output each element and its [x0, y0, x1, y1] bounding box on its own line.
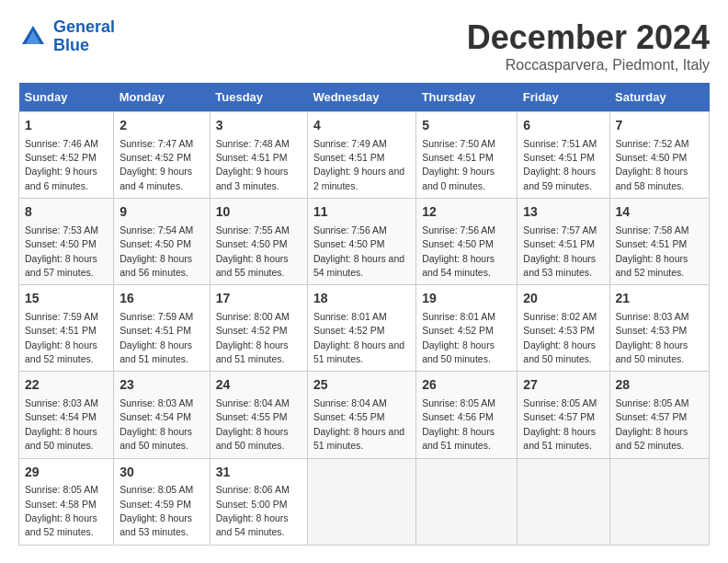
calendar-day-cell: 15 Sunrise: 7:59 AMSunset: 4:51 PMDaylig…	[19, 285, 114, 372]
calendar-day-header: Saturday	[609, 83, 710, 112]
calendar-day-cell	[307, 458, 415, 545]
day-number: 22	[25, 376, 108, 395]
calendar-day-cell: 28 Sunrise: 8:05 AMSunset: 4:57 PMDaylig…	[609, 372, 710, 458]
calendar-day-cell: 25 Sunrise: 8:04 AMSunset: 4:55 PMDaylig…	[307, 372, 415, 458]
calendar-day-header: Thursday	[416, 83, 518, 112]
day-info: Sunrise: 8:04 AMSunset: 4:55 PMDaylight:…	[313, 397, 404, 451]
day-number: 7	[616, 117, 704, 135]
calendar-day-cell: 24 Sunrise: 8:04 AMSunset: 4:55 PMDaylig…	[210, 372, 307, 458]
calendar-header-row: SundayMondayTuesdayWednesdayThursdayFrid…	[19, 83, 710, 112]
day-info: Sunrise: 7:52 AMSunset: 4:50 PMDaylight:…	[616, 138, 689, 191]
day-number: 12	[422, 203, 511, 222]
day-info: Sunrise: 7:54 AMSunset: 4:50 PMDaylight:…	[119, 224, 193, 278]
day-number: 17	[216, 290, 301, 308]
month-title: December 2024	[467, 18, 710, 57]
calendar-day-cell: 7 Sunrise: 7:52 AMSunset: 4:50 PMDayligh…	[609, 112, 710, 199]
calendar-day-cell	[609, 458, 710, 545]
day-info: Sunrise: 7:47 AMSunset: 4:52 PMDaylight:…	[119, 138, 193, 191]
calendar-week-row: 15 Sunrise: 7:59 AMSunset: 4:51 PMDaylig…	[19, 285, 710, 372]
calendar-day-cell: 21 Sunrise: 8:03 AMSunset: 4:53 PMDaylig…	[609, 285, 710, 372]
day-number: 28	[616, 376, 704, 395]
calendar-day-cell: 19 Sunrise: 8:01 AMSunset: 4:52 PMDaylig…	[416, 285, 518, 372]
title-section: December 2024 Roccasparvera, Piedmont, I…	[467, 18, 710, 74]
calendar-day-cell: 1 Sunrise: 7:46 AMSunset: 4:52 PMDayligh…	[19, 112, 114, 199]
logo-line1: General	[53, 17, 115, 36]
day-number: 31	[216, 464, 301, 482]
calendar-day-cell: 16 Sunrise: 7:59 AMSunset: 4:51 PMDaylig…	[114, 285, 210, 372]
calendar-day-cell: 6 Sunrise: 7:51 AMSunset: 4:51 PMDayligh…	[518, 112, 609, 199]
day-number: 20	[523, 290, 603, 308]
day-info: Sunrise: 8:04 AMSunset: 4:55 PMDaylight:…	[216, 397, 290, 451]
calendar-day-cell: 17 Sunrise: 8:00 AMSunset: 4:52 PMDaylig…	[210, 285, 307, 372]
calendar-day-cell: 9 Sunrise: 7:54 AMSunset: 4:50 PMDayligh…	[114, 199, 210, 285]
calendar-day-header: Wednesday	[307, 83, 415, 112]
calendar-day-cell: 23 Sunrise: 8:03 AMSunset: 4:54 PMDaylig…	[114, 372, 210, 458]
day-number: 3	[216, 117, 301, 135]
day-number: 25	[313, 376, 410, 395]
day-info: Sunrise: 8:00 AMSunset: 4:52 PMDaylight:…	[216, 311, 290, 364]
calendar-day-cell: 22 Sunrise: 8:03 AMSunset: 4:54 PMDaylig…	[19, 372, 114, 458]
calendar-week-row: 1 Sunrise: 7:46 AMSunset: 4:52 PMDayligh…	[19, 112, 710, 199]
day-number: 26	[422, 376, 511, 395]
calendar-week-row: 22 Sunrise: 8:03 AMSunset: 4:54 PMDaylig…	[19, 372, 710, 458]
day-number: 15	[25, 290, 108, 308]
calendar-day-cell: 10 Sunrise: 7:55 AMSunset: 4:50 PMDaylig…	[210, 199, 307, 285]
day-number: 24	[216, 376, 301, 395]
day-info: Sunrise: 7:57 AMSunset: 4:51 PMDaylight:…	[523, 224, 597, 278]
day-info: Sunrise: 8:05 AMSunset: 4:56 PMDaylight:…	[422, 397, 495, 451]
day-info: Sunrise: 7:50 AMSunset: 4:51 PMDaylight:…	[422, 138, 495, 191]
day-number: 11	[313, 203, 410, 222]
calendar-day-cell: 8 Sunrise: 7:53 AMSunset: 4:50 PMDayligh…	[19, 199, 114, 285]
day-number: 30	[119, 464, 204, 482]
page-header: General Blue December 2024 Roccasparvera…	[18, 18, 710, 74]
day-info: Sunrise: 8:06 AMSunset: 5:00 PMDaylight:…	[216, 484, 290, 537]
day-info: Sunrise: 7:58 AMSunset: 4:51 PMDaylight:…	[616, 224, 689, 278]
calendar-day-cell: 31 Sunrise: 8:06 AMSunset: 5:00 PMDaylig…	[210, 458, 307, 545]
day-info: Sunrise: 8:01 AMSunset: 4:52 PMDaylight:…	[422, 311, 495, 364]
day-number: 2	[119, 117, 204, 135]
day-number: 10	[216, 203, 301, 222]
day-info: Sunrise: 8:05 AMSunset: 4:59 PMDaylight:…	[119, 484, 193, 537]
calendar-day-cell: 26 Sunrise: 8:05 AMSunset: 4:56 PMDaylig…	[416, 372, 518, 458]
day-number: 4	[313, 117, 410, 135]
calendar-day-cell: 2 Sunrise: 7:47 AMSunset: 4:52 PMDayligh…	[114, 112, 210, 199]
calendar-day-cell: 29 Sunrise: 8:05 AMSunset: 4:58 PMDaylig…	[19, 458, 114, 545]
day-number: 13	[523, 203, 603, 222]
calendar-body: 1 Sunrise: 7:46 AMSunset: 4:52 PMDayligh…	[19, 112, 710, 546]
day-info: Sunrise: 7:51 AMSunset: 4:51 PMDaylight:…	[523, 138, 597, 191]
calendar-day-cell	[518, 458, 609, 545]
day-info: Sunrise: 8:05 AMSunset: 4:57 PMDaylight:…	[616, 397, 689, 451]
day-number: 1	[25, 117, 108, 135]
logo-text: General Blue	[53, 18, 115, 55]
calendar-day-cell: 5 Sunrise: 7:50 AMSunset: 4:51 PMDayligh…	[416, 112, 518, 199]
calendar-day-cell: 3 Sunrise: 7:48 AMSunset: 4:51 PMDayligh…	[210, 112, 307, 199]
day-info: Sunrise: 7:56 AMSunset: 4:50 PMDaylight:…	[422, 224, 495, 278]
day-number: 27	[523, 376, 603, 395]
calendar-day-cell: 4 Sunrise: 7:49 AMSunset: 4:51 PMDayligh…	[307, 112, 415, 199]
day-info: Sunrise: 7:48 AMSunset: 4:51 PMDaylight:…	[216, 138, 290, 191]
day-number: 19	[422, 290, 511, 308]
day-info: Sunrise: 8:05 AMSunset: 4:57 PMDaylight:…	[523, 397, 597, 451]
logo-icon	[18, 22, 48, 52]
calendar-day-cell: 27 Sunrise: 8:05 AMSunset: 4:57 PMDaylig…	[518, 372, 609, 458]
day-number: 8	[25, 203, 108, 222]
calendar-day-cell: 20 Sunrise: 8:02 AMSunset: 4:53 PMDaylig…	[518, 285, 609, 372]
day-info: Sunrise: 8:05 AMSunset: 4:58 PMDaylight:…	[25, 484, 98, 537]
day-info: Sunrise: 8:02 AMSunset: 4:53 PMDaylight:…	[523, 311, 597, 364]
calendar-table: SundayMondayTuesdayWednesdayThursdayFrid…	[18, 83, 710, 546]
day-number: 5	[422, 117, 511, 135]
day-number: 6	[523, 117, 603, 135]
calendar-day-cell	[416, 458, 518, 545]
calendar-day-cell: 13 Sunrise: 7:57 AMSunset: 4:51 PMDaylig…	[518, 199, 609, 285]
calendar-week-row: 8 Sunrise: 7:53 AMSunset: 4:50 PMDayligh…	[19, 199, 710, 285]
calendar-day-header: Monday	[114, 83, 210, 112]
day-number: 21	[616, 290, 704, 308]
calendar-day-header: Friday	[518, 83, 609, 112]
calendar-day-cell: 11 Sunrise: 7:56 AMSunset: 4:50 PMDaylig…	[307, 199, 415, 285]
calendar-week-row: 29 Sunrise: 8:05 AMSunset: 4:58 PMDaylig…	[19, 458, 710, 545]
calendar-day-header: Tuesday	[210, 83, 307, 112]
day-number: 23	[119, 376, 204, 395]
day-info: Sunrise: 8:03 AMSunset: 4:54 PMDaylight:…	[119, 397, 193, 451]
day-info: Sunrise: 8:03 AMSunset: 4:54 PMDaylight:…	[25, 397, 98, 451]
calendar-day-header: Sunday	[19, 83, 114, 112]
